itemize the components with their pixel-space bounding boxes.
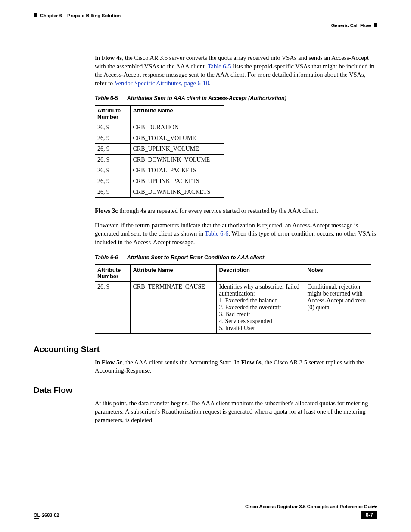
col-header: Attribute Number <box>95 264 130 282</box>
cell: CRB_UPLINK_VOLUME <box>130 144 224 155</box>
paragraph: However, if the return parameters indica… <box>95 221 377 247</box>
text: 5. Invalid User <box>219 325 255 331</box>
text: In <box>95 359 102 366</box>
text: . <box>209 80 211 87</box>
cell: CRB_UPLINK_PACKETS <box>130 176 224 187</box>
text: , the AAA client sends the Accounting St… <box>122 359 241 366</box>
chapter-header: Chapter 6 Prepaid Billing Solution <box>34 13 377 20</box>
table-caption: Table 6-5 Attributes Sent to AAA client … <box>95 95 377 101</box>
col-header: Attribute Number <box>95 105 130 122</box>
cell: 26, 9 <box>95 281 130 334</box>
cell: 26, 9 <box>95 187 130 198</box>
page-footer: Cisco Access Registrar 3.5 Concepts and … <box>34 504 377 519</box>
cell: 26, 9 <box>95 165 130 176</box>
table-row: 26, 9 CRB_TERMINATE_CAUSE Identifies why… <box>95 281 371 334</box>
text: In <box>95 54 102 61</box>
col-header: Attribute Name <box>130 264 216 282</box>
xref-link[interactable]: Vendor-Specific Attributes, page 6-10 <box>115 80 209 87</box>
table-row: 26, 9CRB_DOWNLINK_VOLUME <box>95 155 224 165</box>
cell: CRB_DURATION <box>130 122 224 133</box>
table-title: Attributes Sent to AAA client in Access-… <box>127 95 286 101</box>
text: through <box>118 207 140 214</box>
col-header: Notes <box>305 264 371 282</box>
flow-label: Flow 5c <box>102 359 122 366</box>
text: 4. Services suspended <box>219 318 272 324</box>
paragraph: Flows 3c through 4s are repeated for eve… <box>95 207 377 215</box>
flow-label: 4s <box>140 207 146 214</box>
col-header: Attribute Name <box>130 105 224 122</box>
table-row: 26, 9CRB_DURATION <box>95 122 224 133</box>
paragraph: In Flow 4s, the Cisco AR 3.5 server conv… <box>95 54 377 87</box>
table-row: 26, 9CRB_DOWNLINK_PACKETS <box>95 187 224 198</box>
section-header-right: Generic Call Flow <box>34 23 377 28</box>
text: 2. Exceeded the overdraft <box>219 304 281 311</box>
paragraph: At this point, the data transfer begins.… <box>95 399 377 425</box>
cell: CRB_DOWNLINK_PACKETS <box>130 187 224 198</box>
header-square-icon <box>374 23 377 27</box>
cell: 26, 9 <box>95 133 130 144</box>
xref-link[interactable]: Table 6-6 <box>205 230 228 237</box>
flow-label: Flow 6s <box>241 359 262 366</box>
crop-mark-icon <box>34 514 39 519</box>
section-heading-data-flow: Data Flow <box>34 386 377 395</box>
text: Identifies why a subscriber failed authe… <box>219 283 300 297</box>
cell: CRB_TOTAL_VOLUME <box>130 133 224 144</box>
table-number: Table 6-5 <box>95 95 118 101</box>
cell: 26, 9 <box>95 144 130 155</box>
table-number: Table 6-6 <box>95 255 118 261</box>
chapter-number: Chapter 6 <box>40 13 62 18</box>
table-title: Attribute Sent to Report Error Condition… <box>127 255 265 261</box>
table-row: 26, 9CRB_UPLINK_VOLUME <box>95 144 224 155</box>
table-caption: Table 6-6 Attribute Sent to Report Error… <box>95 255 377 261</box>
xref-link[interactable]: Table 6-5 <box>208 63 231 70</box>
table-6-6: Attribute Number Attribute Name Descript… <box>95 264 371 334</box>
paragraph: In Flow 5c, the AAA client sends the Acc… <box>95 358 377 375</box>
cell: 26, 9 <box>95 155 130 165</box>
cell: Conditional; rejection might be returned… <box>305 281 371 334</box>
flow-label: Flows 3c <box>95 207 118 214</box>
col-header: Description <box>216 264 305 282</box>
flow-label: Flow 4s <box>102 54 122 61</box>
text: are repeated for every service started o… <box>146 207 318 214</box>
table-row: 26, 9CRB_TOTAL_VOLUME <box>95 133 224 144</box>
section-heading-accounting-start: Accounting Start <box>34 345 377 354</box>
table-row: 26, 9CRB_UPLINK_PACKETS <box>95 176 224 187</box>
page-number: 6-7 <box>361 511 377 519</box>
footer-guide-title: Cisco Access Registrar 3.5 Concepts and … <box>34 504 377 510</box>
right-title: Generic Call Flow <box>331 23 371 28</box>
cell: 26, 9 <box>95 122 130 133</box>
table-6-5: Attribute Number Attribute Name 26, 9CRB… <box>95 105 224 198</box>
text: 1. Exceeded the balance <box>219 297 277 304</box>
cell: 26, 9 <box>95 176 130 187</box>
cell: CRB_TERMINATE_CAUSE <box>130 281 216 334</box>
header-square-icon <box>34 13 37 17</box>
cell: Identifies why a subscriber failed authe… <box>216 281 305 334</box>
cell: CRB_DOWNLINK_VOLUME <box>130 155 224 165</box>
chapter-title: Prepaid Billing Solution <box>67 13 121 18</box>
text: 3. Bad credit <box>219 311 250 317</box>
cell: CRB_TOTAL_PACKETS <box>130 165 224 176</box>
table-row: 26, 9CRB_TOTAL_PACKETS <box>95 165 224 176</box>
